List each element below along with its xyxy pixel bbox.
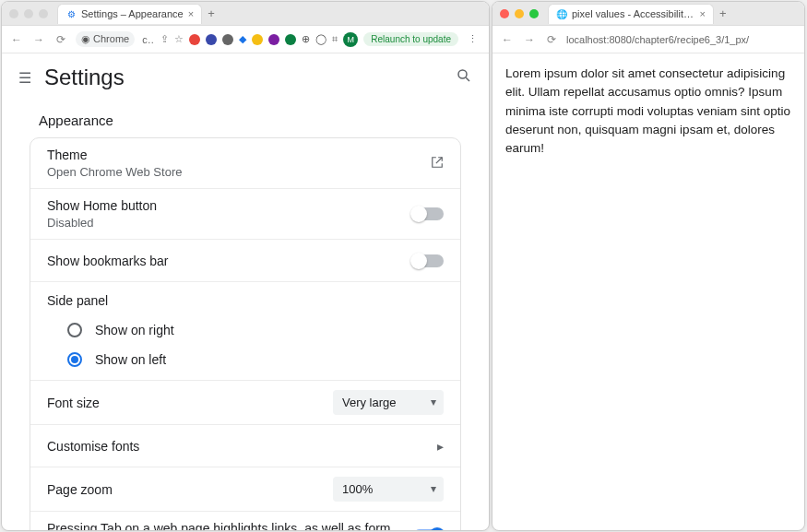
appearance-card: Theme Open Chrome Web Store Show Home bu… (30, 137, 461, 530)
address-bar[interactable]: localhost:8080/chapter6/recipe6_3/1_px/ (566, 34, 797, 45)
browser-tab[interactable]: 🌐 pixel values - Accessibility Co × (548, 4, 714, 24)
share-icon[interactable]: ⇪ (160, 33, 169, 45)
page-zoom-row: Page zoom 100% (30, 467, 460, 512)
row-title: Theme (47, 148, 182, 162)
browser-tab[interactable]: ⚙ Settings – Appearance × (57, 4, 202, 24)
bookmarks-bar-row: Show bookmarks bar (30, 240, 460, 282)
window-titlebar: ⚙ Settings – Appearance × + (2, 2, 489, 26)
address-bar[interactable]: chrome://settings/app... (142, 34, 153, 45)
row-subtitle: Disabled (47, 216, 157, 230)
chrome-settings-window: ⚙ Settings – Appearance × + ← → ⟳ ◉ Chro… (1, 1, 490, 531)
chrome-icon: ◉ (81, 33, 90, 44)
radio-label: Show on right (95, 323, 174, 337)
toolbar-actions: ⇪ ☆ ◆ ⊕ ◯ ⌗ M Relaunch to update ⋮ (160, 32, 481, 47)
chip-label: Chrome (93, 33, 129, 44)
page-favicon-icon: 🌐 (556, 8, 567, 19)
row-title: Font size (47, 396, 100, 410)
side-panel-row: Side panel Show on right Show on left (30, 282, 460, 381)
home-button-toggle[interactable] (412, 207, 444, 220)
home-button-row: Show Home button Disabled (30, 189, 460, 240)
page-zoom-select[interactable]: 100% (333, 477, 444, 502)
side-panel-right-option[interactable]: Show on right (47, 315, 444, 345)
new-tab-button[interactable]: + (208, 6, 215, 20)
extension-icon[interactable]: ⊕ (302, 33, 310, 45)
search-icon[interactable] (456, 67, 472, 88)
back-button[interactable]: ← (9, 33, 24, 46)
extension-icon[interactable] (268, 34, 279, 45)
row-title: Show bookmarks bar (47, 254, 169, 268)
window-titlebar: 🌐 pixel values - Accessibility Co × + (493, 2, 804, 26)
settings-favicon-icon: ⚙ (65, 8, 77, 19)
side-panel-left-option[interactable]: Show on left (47, 345, 444, 374)
font-size-row: Font size Very large (30, 381, 460, 425)
site-info-chip[interactable]: ◉ Chrome (76, 31, 135, 47)
maximize-window-icon[interactable] (529, 9, 539, 18)
tab-highlight-row: Pressing Tab on a web page highlights li… (30, 512, 460, 530)
radio-label: Show on left (95, 352, 166, 367)
chevron-right-icon: ▸ (437, 439, 444, 454)
forward-button[interactable]: → (31, 33, 46, 46)
page-content: Lorem ipsum dolor sit amet consectetur a… (493, 53, 804, 169)
extension-icon[interactable] (285, 34, 296, 45)
select-value: 100% (342, 482, 373, 496)
extension-icon[interactable] (206, 34, 217, 45)
settings-header: ☰ Settings (2, 53, 489, 94)
forward-button[interactable]: → (522, 33, 537, 46)
minimize-window-icon[interactable] (24, 9, 33, 18)
reload-button[interactable]: ⟳ (53, 33, 68, 46)
extension-icon[interactable] (252, 34, 263, 45)
maximize-window-icon[interactable] (39, 9, 48, 18)
customise-fonts-row[interactable]: Customise fonts ▸ (30, 425, 460, 467)
reload-button[interactable]: ⟳ (544, 33, 559, 46)
row-title: Pressing Tab on a web page highlights li… (47, 521, 413, 530)
row-title: Customise fonts (47, 439, 139, 454)
paragraph: Lorem ipsum dolor sit amet consectetur a… (505, 65, 791, 158)
tab-title: Settings – Appearance (81, 8, 184, 19)
row-subtitle: Open Chrome Web Store (47, 165, 182, 179)
traffic-lights (500, 9, 539, 18)
minimize-window-icon[interactable] (515, 9, 524, 18)
tab-title: pixel values - Accessibility Co (572, 8, 695, 19)
extensions-puzzle-icon[interactable]: ⌗ (332, 33, 338, 45)
font-size-select[interactable]: Very large (333, 390, 444, 415)
close-window-icon[interactable] (9, 9, 18, 18)
open-external-icon (431, 156, 444, 171)
section-title: Appearance (30, 101, 461, 137)
extension-icon[interactable]: ◆ (239, 33, 246, 45)
close-window-icon[interactable] (500, 9, 509, 18)
profile-avatar-icon[interactable]: M (343, 32, 358, 47)
extension-icon[interactable] (189, 34, 200, 45)
tab-highlight-toggle[interactable] (413, 529, 444, 530)
radio-icon (67, 323, 82, 337)
browser-toolbar: ← → ⟳ ◉ Chrome chrome://settings/app... … (2, 26, 489, 53)
row-title: Show Home button (47, 198, 157, 213)
theme-row[interactable]: Theme Open Chrome Web Store (30, 138, 460, 189)
bookmarks-bar-toggle[interactable] (412, 254, 444, 267)
page-title: Settings (44, 65, 125, 90)
bookmark-icon[interactable]: ☆ (174, 33, 184, 45)
browser-toolbar: ← → ⟳ localhost:8080/chapter6/recipe6_3/… (493, 26, 804, 53)
row-title: Page zoom (47, 482, 113, 497)
svg-line-1 (466, 77, 469, 81)
relaunch-button[interactable]: Relaunch to update (363, 32, 458, 46)
localhost-window: 🌐 pixel values - Accessibility Co × + ← … (492, 1, 805, 531)
radio-icon (67, 352, 82, 367)
menu-icon[interactable]: ☰ (18, 69, 31, 87)
browser-menu-icon[interactable]: ⋮ (464, 33, 481, 45)
new-tab-button[interactable]: + (719, 6, 727, 20)
close-tab-icon[interactable]: × (700, 8, 706, 19)
row-title: Side panel (47, 282, 444, 315)
extension-icon[interactable] (222, 34, 233, 45)
traffic-lights (9, 9, 48, 18)
extension-icon[interactable]: ◯ (315, 33, 326, 45)
svg-point-0 (458, 70, 467, 78)
settings-content: Appearance Theme Open Chrome Web Store S… (2, 94, 489, 530)
close-tab-icon[interactable]: × (188, 8, 194, 19)
back-button[interactable]: ← (500, 33, 515, 46)
select-value: Very large (342, 396, 397, 409)
